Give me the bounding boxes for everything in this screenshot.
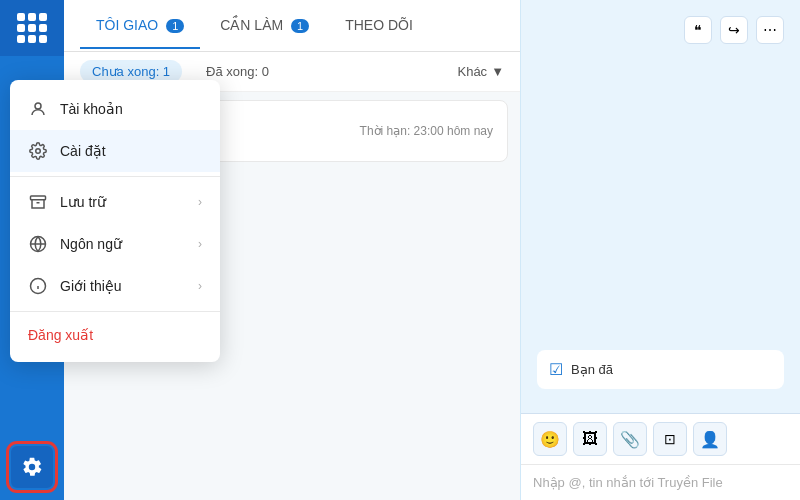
sidebar-bottom	[0, 444, 64, 500]
sidebar-logo	[0, 0, 64, 56]
message-input[interactable]: Nhập @, tin nhắn tới Truyền File	[521, 464, 800, 500]
tab-toi-giao[interactable]: TÔI GIAO 1	[80, 3, 200, 49]
quote-button[interactable]: ❝	[684, 16, 712, 44]
tab-theo-doi[interactable]: THEO DÕI	[329, 3, 429, 49]
settings-button[interactable]	[9, 444, 55, 490]
contact-button[interactable]: 👤	[693, 422, 727, 456]
more-icon: ⋯	[763, 22, 777, 38]
gear-icon	[21, 456, 43, 478]
svg-point-0	[35, 103, 41, 109]
menu-item-gioi-thieu[interactable]: Giới thiệu ›	[10, 265, 220, 307]
image-icon: 🖼	[582, 430, 598, 448]
tabs-bar: TÔI GIAO 1 CẦN LÀM 1 THEO DÕI	[64, 0, 520, 52]
check-message: ☑ Bạn đã	[537, 350, 784, 389]
svg-point-1	[36, 149, 41, 154]
menu-divider-2	[10, 311, 220, 312]
emoji-icon: 🙂	[540, 430, 560, 449]
chevron-down-icon: ▼	[491, 64, 504, 79]
input-toolbar: 🙂 🖼 📎 ⊡ 👤	[521, 413, 800, 464]
globe-icon	[28, 234, 48, 254]
menu-item-logout[interactable]: Đăng xuất	[10, 316, 220, 354]
chevron-right-icon-3: ›	[198, 279, 202, 293]
menu-item-tai-khoan[interactable]: Tài khoản	[10, 88, 220, 130]
tab-toi-giao-badge: 1	[166, 19, 184, 33]
chevron-right-icon: ›	[198, 195, 202, 209]
forward-button[interactable]: ↪	[720, 16, 748, 44]
chevron-right-icon-2: ›	[198, 237, 202, 251]
right-panel: ❝ ↪ ⋯ ☑ Bạn đã 🙂 🖼 �	[520, 0, 800, 500]
task-deadline: Thời hạn: 23:00 hôm nay	[360, 124, 493, 138]
paperclip-icon: 📎	[620, 430, 640, 449]
image-button[interactable]: 🖼	[573, 422, 607, 456]
check-icon: ☑	[549, 360, 563, 379]
dropdown-menu: Tài khoản Cài đặt	[10, 80, 220, 362]
person-icon	[28, 99, 48, 119]
tab-can-lam[interactable]: CẦN LÀM 1	[204, 3, 325, 49]
menu-divider	[10, 176, 220, 177]
task-button[interactable]: ⊡	[653, 422, 687, 456]
logo-dots	[17, 13, 47, 43]
arrow-indicator	[218, 140, 220, 162]
quote-icon: ❝	[694, 22, 702, 38]
info-icon	[28, 276, 48, 296]
attach-button[interactable]: 📎	[613, 422, 647, 456]
right-panel-content: ❝ ↪ ⋯ ☑ Bạn đã	[521, 0, 800, 413]
forward-icon: ↪	[728, 22, 740, 38]
svg-rect-4	[31, 196, 46, 200]
menu-item-cai-dat[interactable]: Cài đặt	[10, 130, 220, 172]
more-button[interactable]: ⋯	[756, 16, 784, 44]
menu-item-ngon-ngu[interactable]: Ngôn ngữ ›	[10, 223, 220, 265]
menu-item-luu-tru[interactable]: Lưu trữ ›	[10, 181, 220, 223]
contact-icon: 👤	[700, 430, 720, 449]
tab-can-lam-badge: 1	[291, 19, 309, 33]
gear-menu-icon	[28, 141, 48, 161]
task-icon: ⊡	[664, 431, 676, 447]
filter-khac-dropdown[interactable]: Khác ▼	[457, 64, 504, 79]
emoji-button[interactable]: 🙂	[533, 422, 567, 456]
message-actions: ❝ ↪ ⋯	[537, 16, 784, 44]
archive-icon	[28, 192, 48, 212]
